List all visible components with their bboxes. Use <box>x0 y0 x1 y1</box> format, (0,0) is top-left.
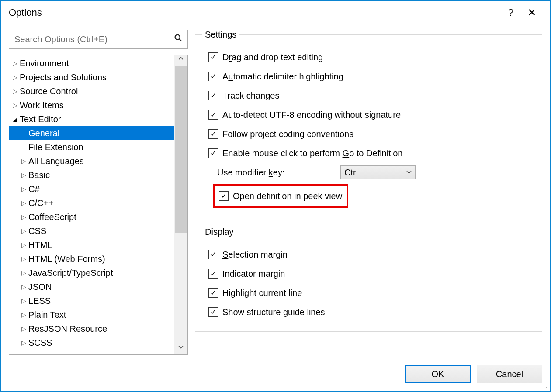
scroll-track[interactable] <box>174 66 187 344</box>
chevron-right-icon[interactable]: ▷ <box>21 311 28 318</box>
checkbox-label: Highlight current line <box>222 288 302 298</box>
tree-item[interactable]: ▷Basic <box>9 168 174 182</box>
tree-item[interactable]: ▷Source Control <box>9 84 174 98</box>
chevron-right-icon[interactable]: ▷ <box>13 60 20 67</box>
tree-item[interactable]: ▷LESS <box>9 294 174 308</box>
checkbox-label: Follow project coding conventions <box>222 129 353 139</box>
checkbox-autodetect-utf8[interactable]: Auto-detect UTF-8 encoding without signa… <box>202 105 535 124</box>
help-icon[interactable]: ? <box>500 7 521 18</box>
checkbox-icon[interactable] <box>208 250 218 259</box>
tree-item[interactable]: ▷Projects and Solutions <box>9 70 174 84</box>
modifier-key-select[interactable]: Ctrl <box>340 165 416 179</box>
tree-item[interactable]: ▷Environment <box>9 56 174 70</box>
tree-item[interactable]: ▷ResJSON Resource <box>9 322 174 336</box>
tree-item-label: LESS <box>28 296 51 306</box>
chevron-right-icon[interactable]: ▷ <box>21 339 28 346</box>
checkbox-follow-conventions[interactable]: Follow project coding conventions <box>202 124 535 144</box>
chevron-right-icon[interactable]: ▷ <box>13 74 20 81</box>
checkbox-icon[interactable] <box>208 269 218 279</box>
tree-item[interactable]: ▷Work Items <box>9 98 174 112</box>
checkbox-label: Selection margin <box>222 250 288 260</box>
checkbox-icon[interactable] <box>208 52 218 62</box>
tree-item[interactable]: ▷JavaScript/TypeScript <box>9 266 174 280</box>
tree-item-label: Text Editor <box>20 114 61 124</box>
checkbox-auto-delimiter[interactable]: Automatic delimiter highlighting <box>202 67 535 86</box>
tree-item[interactable]: ◢Text Editor <box>9 112 174 126</box>
tree-item-label: JSON <box>28 282 52 292</box>
tree-item[interactable]: General <box>9 126 174 140</box>
tree-item[interactable]: File Extension <box>9 140 174 154</box>
tree-item-label: C/C++ <box>28 198 54 208</box>
chevron-down-icon[interactable]: ◢ <box>13 116 20 123</box>
checkbox-track-changes[interactable]: Track changes <box>202 86 535 105</box>
options-dialog: Options ? ✕ ▷Environment▷Projects and So… <box>0 0 551 392</box>
tree-item[interactable]: ▷CSS <box>9 224 174 238</box>
chevron-right-icon[interactable]: ▷ <box>21 255 28 262</box>
settings-legend: Settings <box>202 30 239 40</box>
tree-item[interactable]: ▷SCSS <box>9 336 174 350</box>
checkbox-icon[interactable] <box>208 148 218 158</box>
checkbox-drag-drop[interactable]: Drag and drop text editing <box>202 48 535 67</box>
chevron-right-icon[interactable]: ▷ <box>13 88 20 95</box>
chevron-right-icon[interactable]: ▷ <box>13 102 20 109</box>
tree-item[interactable]: ▷HTML (Web Forms) <box>9 252 174 266</box>
category-tree: ▷Environment▷Projects and Solutions▷Sour… <box>9 55 174 354</box>
tree-item[interactable]: ▷Plain Text <box>9 308 174 322</box>
tree-item[interactable]: ▷C# <box>9 182 174 196</box>
ok-button[interactable]: OK <box>405 365 471 383</box>
checkbox-icon[interactable] <box>219 191 229 201</box>
tree-item[interactable]: ▷HTML <box>9 238 174 252</box>
checkbox-icon[interactable] <box>208 288 218 298</box>
checkbox-icon[interactable] <box>208 72 218 81</box>
chevron-right-icon[interactable]: ▷ <box>21 172 28 179</box>
close-icon[interactable]: ✕ <box>521 7 542 19</box>
chevron-right-icon[interactable]: ▷ <box>21 297 28 304</box>
tree-item-label: C# <box>28 184 40 194</box>
chevron-right-icon[interactable]: ▷ <box>21 186 28 193</box>
search-input-container[interactable] <box>9 30 188 49</box>
chevron-right-icon[interactable]: ▷ <box>21 269 28 276</box>
resize-grip-icon[interactable] <box>542 383 548 389</box>
tree-item[interactable]: ▷All Languages <box>9 154 174 168</box>
tree-scrollbar[interactable] <box>174 55 187 354</box>
titlebar: Options ? ✕ <box>1 1 550 24</box>
checkbox-indicator-margin[interactable]: Indicator margin <box>202 264 535 283</box>
checkbox-goto-definition[interactable]: Enable mouse click to perform Go to Defi… <box>202 144 535 163</box>
checkbox-label: Enable mouse click to perform Go to Defi… <box>222 148 402 158</box>
checkbox-label: Track changes <box>222 91 279 101</box>
checkbox-icon[interactable] <box>208 129 218 139</box>
modifier-key-label: Use modifier key: <box>217 168 335 178</box>
checkbox-label: Show structure guide lines <box>222 307 325 317</box>
chevron-right-icon[interactable]: ▷ <box>21 199 28 206</box>
tree-item[interactable]: ▷JSON <box>9 280 174 294</box>
checkbox-icon[interactable] <box>208 110 218 120</box>
chevron-right-icon[interactable]: ▷ <box>21 325 28 332</box>
scroll-thumb[interactable] <box>175 66 187 233</box>
chevron-down-icon <box>406 169 412 175</box>
tree-item-label: CSS <box>28 226 46 236</box>
checkbox-icon[interactable] <box>208 307 218 317</box>
cancel-button[interactable]: Cancel <box>477 365 542 383</box>
tree-item[interactable]: ▷C/C++ <box>9 196 174 210</box>
tree-item-label: HTML <box>28 240 52 250</box>
tree-item-label: General <box>28 128 59 138</box>
checkbox-highlight-current-line[interactable]: Highlight current line <box>202 283 535 303</box>
chevron-right-icon[interactable]: ▷ <box>21 241 28 248</box>
tree-item-label: JavaScript/TypeScript <box>28 268 113 278</box>
tree-item[interactable]: ▷CoffeeScript <box>9 210 174 224</box>
tree-item-label: File Extension <box>28 142 83 152</box>
scroll-up-icon[interactable] <box>174 55 187 66</box>
search-input[interactable] <box>14 34 173 45</box>
tree-item-label: HTML (Web Forms) <box>28 254 105 264</box>
chevron-right-icon[interactable]: ▷ <box>21 213 28 220</box>
chevron-right-icon[interactable]: ▷ <box>21 283 28 290</box>
search-icon[interactable] <box>173 33 183 45</box>
svg-point-0 <box>175 35 180 40</box>
tree-item-label: All Languages <box>28 156 84 166</box>
chevron-right-icon[interactable]: ▷ <box>21 227 28 234</box>
checkbox-structure-guides[interactable]: Show structure guide lines <box>202 303 535 322</box>
checkbox-icon[interactable] <box>208 91 218 100</box>
chevron-right-icon[interactable]: ▷ <box>21 158 28 165</box>
scroll-down-icon[interactable] <box>174 344 187 354</box>
checkbox-selection-margin[interactable]: Selection margin <box>202 245 535 264</box>
